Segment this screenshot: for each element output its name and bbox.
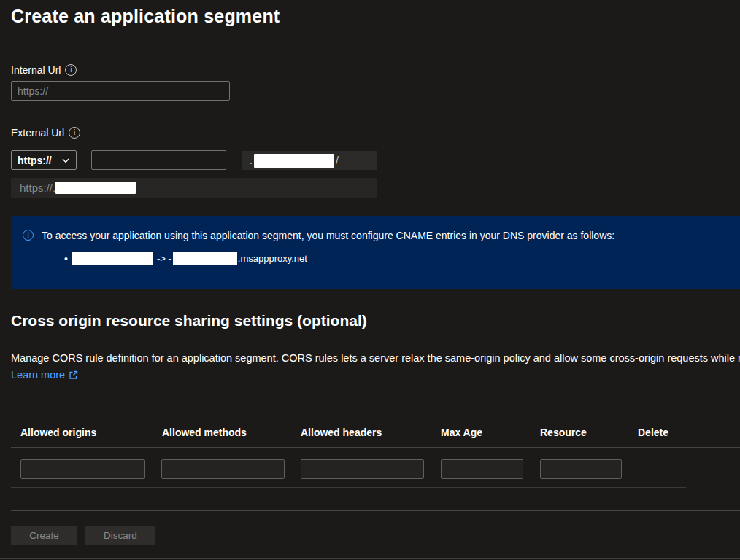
- internal-url-input[interactable]: [11, 81, 230, 101]
- learn-more-label: Learn more: [11, 369, 65, 381]
- cors-resource-input[interactable]: [540, 459, 622, 479]
- cors-max-age-input[interactable]: [441, 459, 523, 479]
- redacted-preview-domain: [55, 182, 136, 194]
- create-button[interactable]: Create: [11, 526, 77, 545]
- cname-arrow: -> -: [157, 253, 171, 264]
- external-url-domain-suffix: . /: [242, 151, 377, 170]
- external-url-host-input[interactable]: [91, 150, 226, 170]
- column-header-max-age: Max Age: [441, 427, 482, 438]
- bullet-icon: •: [64, 254, 68, 264]
- suffix-dot: .: [250, 155, 253, 166]
- cname-entry-item: • -> - .msappproxy.net: [64, 252, 307, 265]
- cors-allowed-origins-input[interactable]: [20, 459, 145, 479]
- external-url-scheme-select[interactable]: https://: [11, 150, 77, 170]
- column-header-resource: Resource: [540, 427, 587, 438]
- column-header-allowed-headers: Allowed headers: [301, 427, 382, 438]
- banner-message-row: i To access your application using this …: [23, 230, 614, 241]
- learn-more-link[interactable]: Learn more: [11, 369, 78, 381]
- column-header-delete: Delete: [638, 427, 668, 438]
- external-url-preview: https://.: [11, 178, 377, 198]
- redacted-domain: [254, 154, 334, 168]
- redacted-cname-target: [173, 252, 237, 265]
- cors-section-heading: Cross origin resource sharing settings (…: [11, 312, 367, 330]
- table-header-divider: [11, 447, 740, 448]
- column-header-allowed-origins: Allowed origins: [20, 427, 96, 438]
- cname-target-suffix: .msappproxy.net: [238, 253, 307, 264]
- preview-prefix: https://.: [20, 182, 55, 194]
- info-icon[interactable]: i: [65, 64, 77, 76]
- info-icon: i: [23, 230, 34, 241]
- external-link-icon: [69, 370, 78, 380]
- banner-message: To access your application using this ap…: [42, 230, 614, 241]
- column-header-allowed-methods: Allowed methods: [162, 427, 247, 438]
- cname-info-banner: i To access your application using this …: [11, 216, 740, 289]
- info-icon[interactable]: i: [69, 127, 80, 139]
- cors-allowed-headers-input[interactable]: [301, 459, 424, 479]
- external-url-label-text: External Url: [11, 127, 64, 139]
- create-application-segment-panel: Create an application segment Internal U…: [0, 0, 740, 560]
- footer-divider: [11, 510, 740, 511]
- suffix-slash: /: [336, 155, 339, 166]
- internal-url-label: Internal Url i: [11, 64, 77, 76]
- internal-url-label-text: Internal Url: [11, 64, 61, 76]
- bottom-edge-line: [0, 558, 740, 559]
- external-url-label: External Url i: [11, 127, 80, 139]
- redacted-cname-source: [72, 252, 153, 265]
- discard-button[interactable]: Discard: [85, 526, 155, 545]
- page-title: Create an application segment: [11, 6, 280, 27]
- chevron-down-icon: [61, 156, 70, 165]
- cors-allowed-methods-input[interactable]: [161, 459, 285, 479]
- external-url-scheme-value: https://: [18, 155, 52, 166]
- cors-description: Manage CORS rule definition for an appli…: [11, 352, 740, 364]
- table-row-divider: [11, 487, 686, 488]
